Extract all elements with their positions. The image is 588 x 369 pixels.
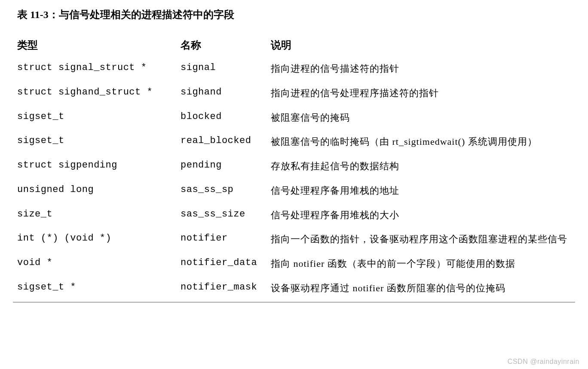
cell-type: int (*) (void *) [13,227,181,252]
desc-text: 被阻塞信号的掩码 [271,112,350,123]
table-header-row: 类型 名称 说明 [13,34,575,57]
table-row: struct signal_struct *signal指向进程的信号描述符的指… [13,57,575,81]
name-text: blocked [181,111,222,122]
table-body: struct signal_struct *signal指向进程的信号描述符的指… [13,57,575,300]
table-row: sigset_t *notifier_mask设备驱动程序通过 notifier… [13,276,575,301]
watermark: CSDN @raindayinrain [508,358,579,366]
cell-desc: 信号处理程序备用堆栈的大小 [271,203,575,228]
cell-name: sas_ss_size [181,203,271,228]
header-name: 名称 [181,34,271,57]
table-title: 表 11-3：与信号处理相关的进程描述符中的字段 [17,8,575,21]
type-text: sigset_t * [17,282,76,293]
cell-desc: 被阻塞信号的临时掩码（由 rt_sigtimedwait() 系统调用使用） [271,130,575,154]
type-text: size_t [17,209,52,220]
table-row: unsigned longsas_ss_sp信号处理程序备用堆栈的地址 [13,179,575,203]
cell-name: notifier [181,227,271,252]
desc-text: 设备驱动程序通过 notifier 函数所阻塞的信号的位掩码 [271,283,505,293]
name-text: notifier_mask [181,282,257,293]
table-row: sigset_tblocked被阻塞信号的掩码 [13,106,575,130]
cell-name: pending [181,154,271,179]
type-text: sigset_t [17,135,64,146]
header-desc: 说明 [271,34,575,57]
cell-desc: 被阻塞信号的掩码 [271,106,575,130]
desc-text: 信号处理程序备用堆栈的地址 [271,185,399,196]
cell-desc: 设备驱动程序通过 notifier 函数所阻塞的信号的位掩码 [271,276,575,301]
cell-name: notifier_mask [181,276,271,301]
cell-type: unsigned long [13,179,181,203]
name-text: pending [181,160,222,171]
cell-type: sigset_t [13,106,181,130]
table-row: size_tsas_ss_size信号处理程序备用堆栈的大小 [13,203,575,228]
cell-type: sigset_t [13,130,181,154]
desc-text: 指向进程的信号描述符的指针 [271,63,399,74]
cell-name: sighand [181,81,271,106]
cell-desc: 存放私有挂起信号的数据结构 [271,154,575,179]
type-text: unsigned long [17,184,94,195]
cell-desc: 指向进程的信号处理程序描述符的指针 [271,81,575,106]
name-text: sas_ss_sp [181,184,233,195]
bottom-rule [13,302,575,302]
table-row: void *notifier_data指向 notifier 函数（表中的前一个… [13,252,575,276]
name-text: signal [181,62,216,73]
cell-name: signal [181,57,271,81]
type-text: struct signal_struct * [17,62,147,73]
name-text: sas_ss_size [181,209,245,220]
cell-type: sigset_t * [13,276,181,301]
table-row: struct sighand_struct *sighand指向进程的信号处理程… [13,81,575,106]
desc-text: 存放私有挂起信号的数据结构 [271,161,399,171]
type-text: void * [17,257,52,268]
cell-desc: 信号处理程序备用堆栈的地址 [271,179,575,203]
header-type: 类型 [13,34,181,57]
cell-type: size_t [13,203,181,228]
cell-type: struct sigpending [13,154,181,179]
name-text: notifier [181,233,228,244]
table-row: int (*) (void *)notifier指向一个函数的指针，设备驱动程序… [13,227,575,252]
desc-text: 指向一个函数的指针，设备驱动程序用这个函数阻塞进程的某些信号 [271,234,567,244]
name-text: notifier_data [181,257,257,268]
cell-name: sas_ss_sp [181,179,271,203]
desc-text: 被阻塞信号的临时掩码（由 rt_sigtimedwait() 系统调用使用） [271,136,537,147]
cell-name: real_blocked [181,130,271,154]
cell-desc: 指向 notifier 函数（表中的前一个字段）可能使用的数据 [271,252,575,276]
cell-type: struct sighand_struct * [13,81,181,106]
cell-desc: 指向一个函数的指针，设备驱动程序用这个函数阻塞进程的某些信号 [271,227,575,252]
type-text: struct sighand_struct * [17,87,153,98]
cell-name: blocked [181,106,271,130]
name-text: sighand [181,87,222,98]
cell-type: struct signal_struct * [13,57,181,81]
cell-name: notifier_data [181,252,271,276]
table-row: sigset_treal_blocked被阻塞信号的临时掩码（由 rt_sigt… [13,130,575,154]
type-text: sigset_t [17,111,64,122]
desc-text: 信号处理程序备用堆栈的大小 [271,210,399,220]
fields-table: 类型 名称 说明 struct signal_struct *signal指向进… [13,34,575,300]
type-text: struct sigpending [17,160,117,171]
cell-desc: 指向进程的信号描述符的指针 [271,57,575,81]
cell-type: void * [13,252,181,276]
type-text: int (*) (void *) [17,233,111,244]
name-text: real_blocked [181,135,251,146]
desc-text: 指向进程的信号处理程序描述符的指针 [271,88,439,98]
desc-text: 指向 notifier 函数（表中的前一个字段）可能使用的数据 [271,258,515,269]
table-row: struct sigpendingpending存放私有挂起信号的数据结构 [13,154,575,179]
